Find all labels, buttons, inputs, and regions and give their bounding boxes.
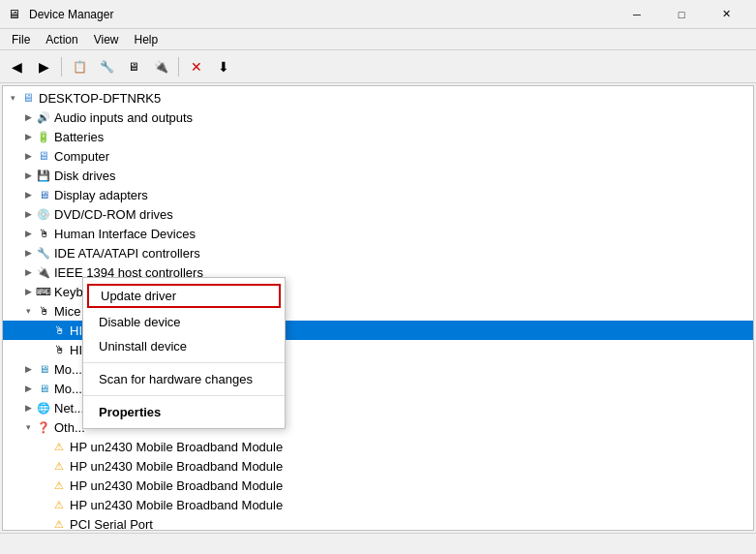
toolbar-separator-1 (61, 57, 62, 77)
expand-mice[interactable]: ▾ (20, 303, 36, 319)
context-menu: Update driver Disable device Uninstall d… (82, 277, 286, 429)
status-bar (0, 533, 756, 554)
toolbar-forward[interactable]: ▶ (31, 54, 56, 79)
toolbar-separator-2 (178, 57, 179, 77)
icon-computer-node: 🖥 (36, 148, 51, 164)
window-title: Device Manager (29, 8, 113, 21)
window-controls: ─ □ ✕ (615, 0, 748, 29)
context-menu-sep2 (83, 395, 285, 396)
tree-label-hp2: HP un2430 Mobile Broadband Module (70, 459, 283, 474)
menu-action[interactable]: Action (38, 31, 85, 48)
menu-bar: File Action View Help (0, 29, 756, 50)
expand-display[interactable]: ▶ (20, 187, 36, 202)
tree-item-pci-serial[interactable]: ⚠ PCI Serial Port (3, 514, 753, 531)
minimize-button[interactable]: ─ (615, 0, 659, 29)
tree-label-disk: Disk drives (54, 169, 116, 183)
toolbar-connect[interactable]: 🔌 (148, 54, 173, 79)
expand-computer[interactable]: ▶ (20, 148, 36, 164)
icon-hp4: ⚠ (51, 497, 67, 512)
icon-keyboard: ⌨ (36, 284, 51, 299)
toolbar-uninstall[interactable]: ✕ (184, 54, 209, 79)
tree-label-hp1: HP un2430 Mobile Broadband Module (70, 440, 283, 454)
menu-file[interactable]: File (4, 31, 38, 48)
toolbar-back[interactable]: ◀ (4, 54, 29, 79)
toolbar-scan[interactable]: ⬇ (211, 54, 236, 79)
icon-mouse1: 🖱 (51, 323, 67, 338)
expand-hid[interactable]: ▶ (20, 226, 36, 241)
tree-label-mo2: Mo... (54, 382, 82, 396)
tree-item-dvd[interactable]: ▶ 💿 DVD/CD-ROM drives (3, 204, 753, 224)
expand-batteries[interactable]: ▶ (20, 129, 36, 144)
main-content: ▾ 🖥 DESKTOP-DFTNRK5 ▶ 🔊 Audio inputs and… (0, 83, 756, 533)
tree-item-disk[interactable]: ▶ 💾 Disk drives (3, 166, 753, 185)
expand-other[interactable]: ▾ (20, 419, 36, 435)
tree-item-batteries[interactable]: ▶ 🔋 Batteries (3, 127, 753, 146)
icon-computer: 🖥 (20, 90, 36, 106)
tree-item-hp1[interactable]: ⚠ HP un2430 Mobile Broadband Module (3, 437, 753, 456)
icon-audio: 🔊 (36, 109, 51, 125)
icon-mice: 🖱 (36, 303, 51, 319)
icon-hp1: ⚠ (51, 439, 67, 454)
title-bar: 🖥 Device Manager ─ □ ✕ (0, 0, 756, 29)
icon-mo2: 🖥 (36, 381, 51, 396)
tree-item-ide[interactable]: ▶ 🔧 IDE ATA/ATAPI controllers (3, 243, 753, 262)
tree-item-display[interactable]: ▶ 🖥 Display adapters (3, 185, 753, 204)
toolbar-update-driver[interactable]: 🔧 (94, 54, 119, 79)
tree-item-audio[interactable]: ▶ 🔊 Audio inputs and outputs (3, 108, 753, 127)
maximize-button[interactable]: □ (659, 0, 704, 29)
icon-other: ❓ (36, 419, 51, 435)
context-menu-scan[interactable]: Scan for hardware changes (83, 367, 285, 391)
menu-help[interactable]: Help (127, 31, 166, 48)
icon-display: 🖥 (36, 187, 51, 202)
icon-dvd: 💿 (36, 206, 51, 222)
expand-net[interactable]: ▶ (20, 400, 36, 416)
tree-item-root[interactable]: ▾ 🖥 DESKTOP-DFTNRK5 (3, 88, 753, 108)
tree-label-display: Display adapters (54, 188, 148, 202)
toolbar-display[interactable]: 🖥 (121, 54, 146, 79)
tree-item-hp4[interactable]: ⚠ HP un2430 Mobile Broadband Module (3, 495, 753, 514)
toolbar: ◀ ▶ 📋 🔧 🖥 🔌 ✕ ⬇ (0, 50, 756, 83)
tree-label-pci-serial: PCI Serial Port (70, 517, 153, 532)
expand-keyboards[interactable]: ▶ (20, 284, 36, 299)
context-menu-disable[interactable]: Disable device (83, 310, 285, 334)
tree-item-hp3[interactable]: ⚠ HP un2430 Mobile Broadband Module (3, 476, 753, 495)
expand-root[interactable]: ▾ (5, 90, 20, 106)
menu-view[interactable]: View (86, 31, 127, 48)
tree-item-hp2[interactable]: ⚠ HP un2430 Mobile Broadband Module (3, 456, 753, 476)
tree-label-dvd: DVD/CD-ROM drives (54, 207, 173, 222)
tree-label-hid: Human Interface Devices (54, 227, 196, 241)
context-menu-uninstall[interactable]: Uninstall device (83, 334, 285, 358)
tree-label-hp3: HP un2430 Mobile Broadband Module (70, 478, 283, 493)
tree-label-batteries: Batteries (54, 130, 104, 144)
icon-hp2: ⚠ (51, 458, 67, 474)
tree-label-audio: Audio inputs and outputs (54, 110, 193, 125)
icon-pci-serial: ⚠ (51, 516, 67, 531)
icon-net: 🌐 (36, 400, 51, 416)
icon-hid: 🖱 (36, 226, 51, 241)
icon-ieee: 🔌 (36, 264, 51, 280)
expand-audio[interactable]: ▶ (20, 109, 36, 125)
icon-disk: 💾 (36, 168, 51, 183)
expand-ieee[interactable]: ▶ (20, 264, 36, 280)
tree-item-hid[interactable]: ▶ 🖱 Human Interface Devices (3, 224, 753, 243)
icon-hp3: ⚠ (51, 477, 67, 493)
tree-label-ide: IDE ATA/ATAPI controllers (54, 246, 200, 261)
context-menu-sep (83, 362, 285, 363)
context-menu-properties[interactable]: Properties (83, 400, 285, 424)
tree-label-mo1: Mo... (54, 362, 82, 377)
expand-disk[interactable]: ▶ (20, 168, 36, 183)
expand-ide[interactable]: ▶ (20, 245, 36, 261)
icon-ide: 🔧 (36, 245, 51, 261)
context-menu-update-driver[interactable]: Update driver (87, 284, 281, 308)
icon-mo1: 🖥 (36, 361, 51, 377)
app-icon: 🖥 (8, 7, 23, 22)
expand-dvd[interactable]: ▶ (20, 206, 36, 222)
tree-label-net: Net... (54, 401, 84, 416)
icon-mouse2: 🖱 (51, 342, 67, 357)
close-button[interactable]: ✕ (704, 0, 748, 29)
tree-item-computer[interactable]: ▶ 🖥 Computer (3, 146, 753, 166)
expand-mo2[interactable]: ▶ (20, 381, 36, 396)
tree-label-other: Oth... (54, 420, 85, 435)
toolbar-properties[interactable]: 📋 (67, 54, 92, 79)
expand-mo1[interactable]: ▶ (20, 361, 36, 377)
